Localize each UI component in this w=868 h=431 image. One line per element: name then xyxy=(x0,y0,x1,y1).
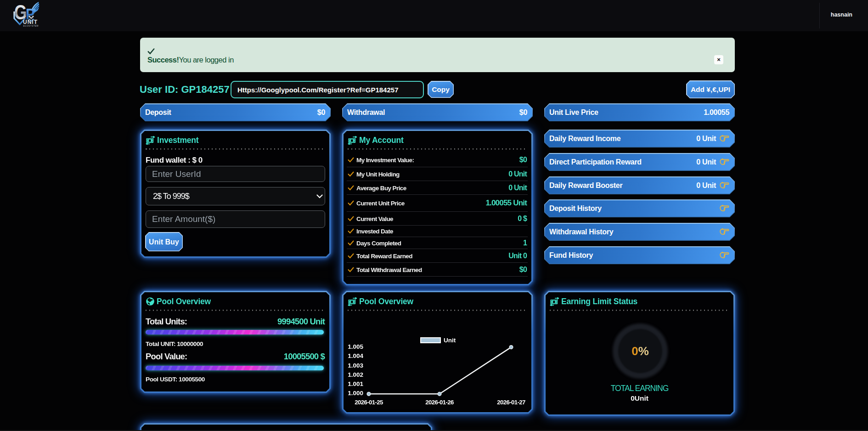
svg-text:ECOSYSTEM: ECOSYSTEM xyxy=(23,25,39,27)
